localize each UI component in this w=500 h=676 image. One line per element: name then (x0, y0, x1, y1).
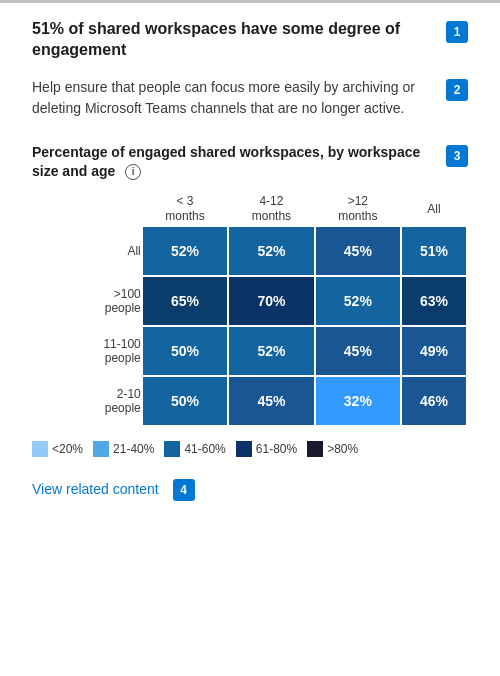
legend-item-1: 21-40% (93, 441, 154, 457)
legend-item-3: 61-80% (236, 441, 297, 457)
data-table: < 3months4-12months>12monthsAllAll52%52%… (32, 194, 468, 427)
cell-r3-c0: 50% (142, 376, 228, 426)
row-label-3: 2-10people (32, 376, 142, 426)
table-row: 11-100people50%52%45%49% (32, 326, 467, 376)
legend-item-0: <20% (32, 441, 83, 457)
cell-r2-c2: 45% (315, 326, 401, 376)
cell-r0-c2: 45% (315, 226, 401, 276)
cell-r1-c3: 63% (401, 276, 467, 326)
legend-item-2: 41-60% (164, 441, 225, 457)
row-label-0: All (32, 226, 142, 276)
page-title: 51% of shared workspaces have some degre… (32, 19, 438, 61)
view-related-section: View related content 4 (32, 477, 468, 501)
chart-badge: 3 (446, 145, 468, 167)
table-row: 2-10people50%45%32%46% (32, 376, 467, 426)
col-header-0: < 3months (142, 194, 228, 226)
cell-r2-c3: 49% (401, 326, 467, 376)
legend-color-0 (32, 441, 48, 457)
table-row: All52%52%45%51% (32, 226, 467, 276)
cell-r1-c0: 65% (142, 276, 228, 326)
cell-r3-c1: 45% (228, 376, 314, 426)
chart-header: Percentage of engaged shared workspaces,… (32, 143, 468, 182)
view-related-badge: 4 (173, 479, 195, 501)
legend-item-4: >80% (307, 441, 358, 457)
col-header-1: 4-12months (228, 194, 314, 226)
cell-r1-c1: 70% (228, 276, 314, 326)
cell-r3-c3: 46% (401, 376, 467, 426)
chart-title: Percentage of engaged shared workspaces,… (32, 143, 438, 182)
page-container: 51% of shared workspaces have some degre… (0, 19, 500, 525)
cell-r0-c1: 52% (228, 226, 314, 276)
cell-r0-c0: 52% (142, 226, 228, 276)
description-badge: 2 (446, 79, 468, 101)
chart-section: Percentage of engaged shared workspaces,… (32, 143, 468, 457)
legend-color-4 (307, 441, 323, 457)
legend-color-2 (164, 441, 180, 457)
description-text: Help ensure that people can focus more e… (32, 77, 438, 119)
cell-r0-c3: 51% (401, 226, 467, 276)
cell-r3-c2: 32% (315, 376, 401, 426)
view-related-link[interactable]: View related content (32, 481, 159, 497)
legend-color-3 (236, 441, 252, 457)
top-border (0, 0, 500, 3)
cell-r2-c1: 52% (228, 326, 314, 376)
chart-title-row: Percentage of engaged shared workspaces,… (32, 143, 438, 182)
description-section: Help ensure that people can focus more e… (32, 77, 468, 119)
row-label-2: 11-100people (32, 326, 142, 376)
cell-r2-c0: 50% (142, 326, 228, 376)
chart-legend: <20%21-40%41-60%61-80%>80% (32, 441, 468, 457)
legend-color-1 (93, 441, 109, 457)
title-badge: 1 (446, 21, 468, 43)
col-header-3: All (401, 194, 467, 226)
row-label-1: >100people (32, 276, 142, 326)
title-section: 51% of shared workspaces have some degre… (32, 19, 468, 61)
info-icon[interactable]: i (125, 164, 141, 180)
col-header-2: >12months (315, 194, 401, 226)
cell-r1-c2: 52% (315, 276, 401, 326)
table-row: >100people65%70%52%63% (32, 276, 467, 326)
